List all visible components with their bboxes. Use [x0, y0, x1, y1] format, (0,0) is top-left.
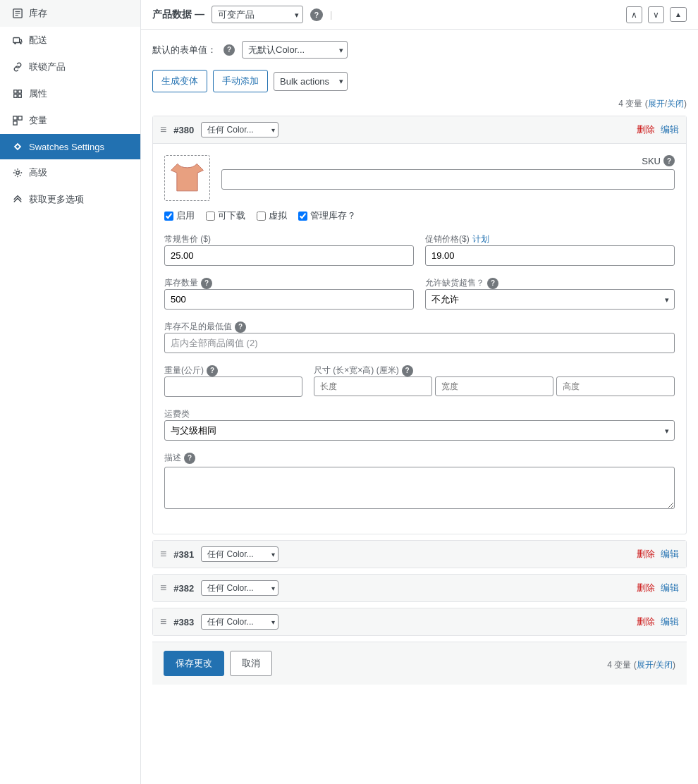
- description-textarea-380[interactable]: [164, 467, 675, 509]
- low-stock-input-380[interactable]: [164, 333, 675, 353]
- stock-qty-help-icon[interactable]: ?: [201, 278, 212, 289]
- nav-down-button[interactable]: ∨: [648, 6, 664, 23]
- shipping-select-wrapper: 与父级相同 无: [164, 420, 675, 441]
- shipping-class-select-380[interactable]: 与父级相同 无: [164, 420, 675, 441]
- content-area: 默认的表单值： ? 无默认Color... 生成变体 手动添加 Bulk act…: [141, 30, 698, 696]
- sidebar-item-advanced[interactable]: 高级: [0, 159, 140, 186]
- svg-point-6: [20, 42, 22, 44]
- sidebar-item-variations[interactable]: 变量: [0, 107, 140, 134]
- backorder-select-380[interactable]: 不允许 允许: [425, 289, 675, 310]
- virtual-checkbox-380[interactable]: 虚拟: [257, 209, 287, 222]
- edit-button-382[interactable]: 编辑: [661, 582, 679, 594]
- low-stock-help-icon[interactable]: ?: [235, 321, 246, 333]
- main-content: 产品数据 — 可变产品 简单产品 分组产品 外部/联盟产品 ? | ∧ ∨ ▲: [141, 0, 698, 784]
- manage-stock-checkbox-380[interactable]: 管理库存？: [298, 209, 356, 222]
- nav-collapse-button[interactable]: ▲: [670, 7, 687, 22]
- sidebar-item-more[interactable]: 获取更多选项: [0, 186, 140, 213]
- sku-section: SKU ?: [221, 155, 675, 190]
- sidebar-item-inventory[interactable]: 库存: [0, 0, 140, 27]
- color-select-381[interactable]: 任何 Color...: [201, 546, 278, 562]
- weight-help-icon[interactable]: ?: [207, 365, 218, 376]
- manage-stock-check-380[interactable]: [298, 212, 307, 221]
- remove-button-383[interactable]: 删除: [637, 615, 655, 628]
- manage-stock-label: 管理库存？: [310, 209, 356, 222]
- edit-button-380[interactable]: 编辑: [661, 123, 679, 136]
- edit-button-381[interactable]: 编辑: [661, 548, 679, 561]
- sale-price-input-380[interactable]: [425, 245, 675, 266]
- enabled-check-380[interactable]: [164, 212, 173, 221]
- drag-handle-380[interactable]: ≡: [160, 123, 166, 136]
- virtual-check-380[interactable]: [257, 212, 266, 221]
- product-type-help-icon[interactable]: ?: [310, 8, 323, 21]
- sidebar-item-attributes[interactable]: 属性: [0, 80, 140, 107]
- price-fields-row: 常规售价 ($) 促销价格($) 计划: [164, 233, 675, 266]
- bulk-actions-select[interactable]: Bulk actions: [274, 72, 348, 91]
- variation-id-382: #382: [173, 583, 194, 594]
- expand-link[interactable]: 展开: [648, 99, 665, 109]
- stock-qty-field: 库存数量 ?: [164, 277, 414, 310]
- default-values-row: 默认的表单值： ? 无默认Color...: [152, 41, 687, 59]
- sku-input-380[interactable]: [221, 169, 675, 190]
- swatches-icon: [12, 141, 23, 152]
- stock-qty-input-380[interactable]: [164, 289, 414, 310]
- length-input-380[interactable]: [314, 376, 432, 396]
- enabled-checkbox-380[interactable]: 启用: [164, 209, 195, 222]
- shipping-icon: [12, 35, 23, 46]
- remove-button-381[interactable]: 删除: [637, 548, 655, 561]
- sidebar-item-swatches[interactable]: Swatches Settings: [0, 134, 140, 159]
- backorder-help-icon[interactable]: ?: [487, 278, 498, 289]
- generate-variations-button[interactable]: 生成变体: [152, 70, 207, 92]
- variation-image-380[interactable]: [164, 155, 210, 201]
- sidebar-item-label: 变量: [29, 114, 47, 127]
- width-input-380[interactable]: [435, 376, 553, 396]
- default-color-select[interactable]: 无默认Color...: [242, 41, 348, 59]
- bottom-close-link[interactable]: 关闭: [656, 660, 673, 670]
- color-select-380[interactable]: 任何 Color...: [201, 122, 278, 137]
- cancel-button[interactable]: 取消: [230, 651, 272, 676]
- bottom-expand-link[interactable]: 展开: [637, 660, 654, 670]
- drag-handle-382[interactable]: ≡: [160, 582, 166, 594]
- sidebar-item-linked[interactable]: 联锁产品: [0, 54, 140, 80]
- close-link[interactable]: 关闭: [667, 99, 684, 109]
- height-input-380[interactable]: [556, 376, 675, 396]
- shipping-class-field: 运费类 与父级相同 无: [164, 408, 675, 441]
- color-select-382[interactable]: 任何 Color...: [201, 580, 278, 596]
- dimensions-help-icon[interactable]: ?: [402, 365, 413, 376]
- weight-field: 重量(公斤) ?: [164, 365, 302, 397]
- variations-count: 4 变量 (展开/关闭): [618, 98, 687, 110]
- drag-handle-383[interactable]: ≡: [160, 615, 166, 628]
- remove-button-382[interactable]: 删除: [637, 582, 655, 594]
- weight-input-380[interactable]: [164, 376, 302, 397]
- weight-label: 重量(公斤) ?: [164, 365, 302, 376]
- downloadable-check-380[interactable]: [206, 212, 215, 221]
- downloadable-checkbox-380[interactable]: 可下载: [206, 209, 245, 222]
- enabled-label: 启用: [176, 209, 195, 222]
- add-manual-button[interactable]: 手动添加: [213, 70, 268, 92]
- sku-label-row: SKU ?: [221, 155, 675, 166]
- product-type-select[interactable]: 可变产品 简单产品 分组产品 外部/联盟产品: [212, 6, 303, 23]
- more-icon: [12, 194, 23, 205]
- virtual-label: 虚拟: [269, 209, 287, 222]
- remove-button-380[interactable]: 删除: [637, 123, 655, 136]
- save-bar-left: 保存更改 取消: [164, 651, 272, 676]
- sidebar-item-label: 库存: [29, 7, 47, 20]
- description-help-icon[interactable]: ?: [184, 453, 195, 464]
- product-type-wrapper: 可变产品 简单产品 分组产品 外部/联盟产品: [212, 6, 303, 23]
- variation-row-382: ≡ #382 任何 Color... 删除 编辑: [152, 574, 687, 602]
- variation-body-380: SKU ? 启用 可: [153, 144, 686, 534]
- variation-top: SKU ?: [164, 155, 675, 201]
- save-bar: 保存更改 取消 4 变量 (展开/关闭): [152, 642, 687, 685]
- svg-rect-11: [13, 116, 17, 120]
- save-button[interactable]: 保存更改: [164, 651, 224, 676]
- sku-help-icon[interactable]: ?: [663, 155, 675, 166]
- sale-schedule-link[interactable]: 计划: [472, 233, 489, 245]
- default-values-help-icon[interactable]: ?: [224, 44, 235, 56]
- regular-price-input-380[interactable]: [164, 245, 414, 266]
- sidebar-item-shipping[interactable]: 配送: [0, 27, 140, 54]
- stock-fields-row: 库存数量 ? 允许缺货超售？ ?: [164, 277, 675, 310]
- drag-handle-381[interactable]: ≡: [160, 548, 166, 561]
- variation-id-380: #380: [173, 125, 194, 135]
- nav-up-button[interactable]: ∧: [626, 6, 642, 23]
- edit-button-383[interactable]: 编辑: [661, 615, 679, 628]
- color-select-383[interactable]: 任何 Color...: [201, 614, 278, 630]
